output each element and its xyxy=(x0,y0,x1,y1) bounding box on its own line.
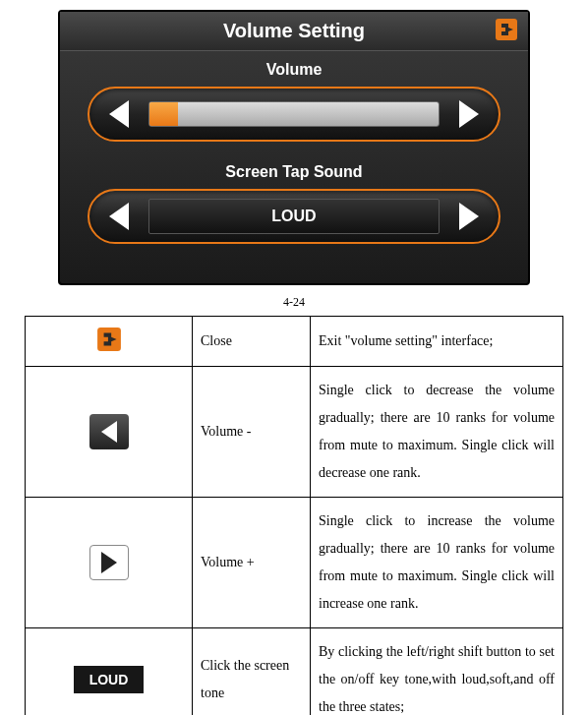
icon-cell-loud: LOUD xyxy=(26,628,193,716)
arrow-left-icon xyxy=(89,414,129,449)
arrow-right-icon xyxy=(459,100,479,128)
arrow-right-icon xyxy=(459,203,479,230)
row-desc: By clicking the left/right shift button … xyxy=(311,628,563,716)
icon-cell-close xyxy=(26,317,193,367)
tap-sound-control-bar: LOUD xyxy=(88,189,500,244)
figure-number: 4-24 xyxy=(25,295,563,310)
volume-slider[interactable] xyxy=(148,101,440,127)
table-row: Close Exit "volume setting" interface; xyxy=(26,317,563,367)
close-icon xyxy=(495,18,518,41)
row-name: Volume + xyxy=(193,498,311,628)
row-desc: Single click to decrease the volume grad… xyxy=(311,367,563,498)
volume-label: Volume xyxy=(60,61,528,79)
screen-title: Volume Setting xyxy=(223,20,365,41)
row-desc: Single click to increase the volume grad… xyxy=(311,498,563,628)
volume-setting-screen: Volume Setting Volume Screen Tap Sound xyxy=(58,10,530,285)
row-name: Close xyxy=(193,317,311,367)
description-table: Close Exit "volume setting" interface; V… xyxy=(25,316,563,715)
table-row: LOUD Click the screen tone By clicking t… xyxy=(26,628,563,716)
arrow-left-icon xyxy=(109,100,129,128)
arrow-right-icon xyxy=(89,545,129,580)
tap-sound-value: LOUD xyxy=(148,199,440,234)
table-row: Volume - Single click to decrease the vo… xyxy=(26,367,563,498)
volume-section: Volume xyxy=(60,61,528,142)
tap-sound-prev-button[interactable] xyxy=(103,201,135,232)
volume-fill xyxy=(149,102,178,126)
icon-cell-vol-up xyxy=(26,498,193,628)
row-desc: Exit "volume setting" interface; xyxy=(311,317,563,367)
close-icon xyxy=(96,327,122,352)
close-button[interactable] xyxy=(495,18,518,41)
tap-sound-section: Screen Tap Sound LOUD xyxy=(60,163,528,244)
loud-badge: LOUD xyxy=(74,666,145,693)
volume-increase-button[interactable] xyxy=(453,98,485,130)
volume-decrease-button[interactable] xyxy=(103,98,135,130)
title-bar: Volume Setting xyxy=(60,12,528,51)
icon-cell-vol-down xyxy=(26,367,193,498)
tap-sound-label: Screen Tap Sound xyxy=(60,163,528,181)
tap-sound-next-button[interactable] xyxy=(453,201,485,232)
arrow-left-icon xyxy=(109,203,129,230)
table-row: Volume + Single click to increase the vo… xyxy=(26,498,563,628)
row-name: Click the screen tone xyxy=(193,628,311,716)
row-name: Volume - xyxy=(193,367,311,498)
volume-control-bar xyxy=(88,87,500,142)
